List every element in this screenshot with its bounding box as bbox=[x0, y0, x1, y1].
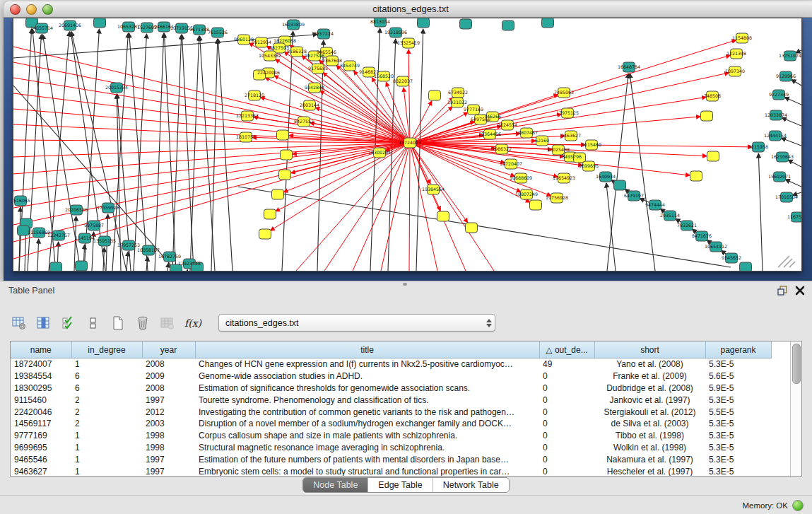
column-header-in-degree[interactable]: in_degree bbox=[71, 341, 142, 358]
tab-node-table[interactable]: Node Table bbox=[303, 478, 367, 492]
graph-node[interactable] bbox=[690, 171, 702, 181]
table-row[interactable]: 977716911998Corpus callosum shape and si… bbox=[11, 430, 771, 442]
table-row[interactable]: 1938455462009Genome-wide association stu… bbox=[11, 370, 771, 382]
svg-text:12444154: 12444154 bbox=[764, 133, 787, 138]
table-scrollbar[interactable] bbox=[790, 341, 801, 476]
graph-node[interactable] bbox=[437, 211, 449, 221]
svg-text:1221398: 1221398 bbox=[726, 51, 746, 56]
table-header-row[interactable]: namein_degreeyeartitle△ out_de...shortpa… bbox=[11, 341, 771, 358]
minimize-window-icon[interactable] bbox=[26, 4, 37, 15]
close-window-icon[interactable] bbox=[10, 4, 20, 15]
column-header-pagerank[interactable]: pagerank bbox=[705, 341, 771, 358]
svg-text:16033809: 16033809 bbox=[282, 22, 305, 27]
scrollbar-thumb[interactable] bbox=[792, 344, 801, 384]
svg-text:9115460: 9115460 bbox=[582, 142, 601, 147]
zoom-window-icon[interactable] bbox=[42, 4, 53, 15]
graph-node[interactable] bbox=[50, 262, 62, 271]
table-row[interactable]: 911546021997Tourette syndrome. Phenomeno… bbox=[11, 394, 771, 406]
column-header-name[interactable]: name bbox=[11, 341, 71, 358]
svg-text:14055714: 14055714 bbox=[30, 25, 53, 30]
svg-text:15692971: 15692971 bbox=[768, 174, 791, 179]
table-row[interactable]: 1872400712008Changes of HCN gene express… bbox=[11, 358, 771, 370]
graph-node[interactable] bbox=[614, 180, 626, 190]
graph-node[interactable] bbox=[279, 170, 291, 180]
svg-text:18300295: 18300295 bbox=[368, 150, 391, 155]
svg-text:16782759: 16782759 bbox=[158, 254, 181, 259]
column-header-short[interactable]: short bbox=[594, 341, 705, 358]
float-window-icon[interactable] bbox=[777, 285, 788, 299]
svg-text:7485063: 7485063 bbox=[554, 90, 574, 95]
svg-text:17975125: 17975125 bbox=[556, 110, 579, 115]
svg-text:13751074: 13751074 bbox=[779, 53, 801, 58]
graph-node[interactable] bbox=[418, 18, 430, 28]
tab-edge-table[interactable]: Edge Table bbox=[367, 478, 432, 492]
graph-node[interactable] bbox=[707, 151, 719, 161]
rows-icon[interactable] bbox=[86, 315, 101, 331]
table-selector-dropdown[interactable]: citations_edges.txt bbox=[218, 314, 495, 332]
window-titlebar[interactable]: citations_edges.txt bbox=[4, 1, 812, 18]
close-panel-icon[interactable] bbox=[795, 286, 805, 298]
delete-column-icon[interactable] bbox=[135, 315, 151, 331]
svg-text:20015334: 20015334 bbox=[105, 85, 128, 90]
svg-text:19384554: 19384554 bbox=[422, 187, 445, 192]
graph-node[interactable] bbox=[530, 200, 542, 210]
network-canvas[interactable]: 1405571420691406106532871527602946616110… bbox=[13, 18, 802, 271]
table-row[interactable]: 2242004622012Investigating the contribut… bbox=[11, 406, 771, 418]
graph-node[interactable] bbox=[277, 130, 289, 140]
svg-text:15720407: 15720407 bbox=[500, 161, 522, 166]
table-row[interactable]: 1456911722003Disruption of a novel membe… bbox=[11, 418, 771, 430]
svg-text:9671388: 9671388 bbox=[189, 27, 209, 32]
svg-text:1921022: 1921022 bbox=[447, 100, 467, 105]
svg-text:2516065: 2516065 bbox=[13, 198, 30, 203]
svg-text:2803144: 2803144 bbox=[300, 103, 319, 107]
dropdown-stepper-icon bbox=[483, 315, 495, 331]
column-visibility-icon[interactable] bbox=[36, 315, 52, 331]
graph-node[interactable] bbox=[466, 223, 478, 233]
graph-node[interactable] bbox=[460, 19, 472, 29]
graph-node[interactable] bbox=[542, 18, 554, 28]
svg-text:16210643: 16210643 bbox=[771, 154, 794, 159]
graph-node[interactable] bbox=[429, 90, 441, 100]
table-row[interactable]: 946362711997Embryonic stem cells: a mode… bbox=[11, 465, 771, 476]
svg-text:9215958: 9215958 bbox=[748, 144, 768, 149]
graph-node[interactable] bbox=[94, 18, 106, 28]
graph-node[interactable] bbox=[76, 261, 88, 271]
graph-node[interactable] bbox=[701, 111, 713, 121]
svg-text:9465546: 9465546 bbox=[317, 49, 336, 54]
node-table: namein_degreeyeartitle△ out_de...shortpa… bbox=[11, 341, 772, 476]
graph-node[interactable] bbox=[740, 262, 752, 271]
memory-ok-icon[interactable] bbox=[792, 500, 804, 511]
graph-node[interactable] bbox=[502, 21, 514, 30]
graph-node[interactable] bbox=[259, 229, 271, 239]
resize-grip-icon[interactable] bbox=[778, 256, 795, 267]
column-header-title[interactable]: title bbox=[195, 341, 539, 358]
new-column-icon[interactable] bbox=[110, 315, 126, 331]
column-header-year[interactable]: year bbox=[142, 341, 195, 358]
svg-text:7832621: 7832621 bbox=[677, 223, 697, 228]
svg-text:12342757: 12342757 bbox=[47, 233, 70, 238]
svg-text:9975887: 9975887 bbox=[84, 223, 104, 228]
graph-node[interactable] bbox=[264, 209, 276, 219]
column-header-out-de-[interactable]: △ out_de... bbox=[539, 341, 594, 358]
table-panel: Table Panel bbox=[0, 281, 812, 514]
graph-node[interactable] bbox=[281, 150, 293, 160]
tab-network-table[interactable]: Network Table bbox=[433, 478, 509, 492]
table-tabs: Node TableEdge TableNetwork Table bbox=[0, 477, 812, 493]
svg-text:16648784: 16648784 bbox=[618, 64, 640, 69]
function-builder-icon[interactable]: f(x) bbox=[184, 317, 201, 329]
checklist-icon[interactable] bbox=[61, 315, 76, 331]
svg-text:8471676: 8471676 bbox=[692, 233, 712, 238]
svg-text:746266: 746266 bbox=[484, 114, 501, 119]
status-bar: Memory: OK bbox=[0, 495, 812, 514]
table-row[interactable]: 969969511998Structural magnetic resonanc… bbox=[11, 442, 771, 454]
table-row[interactable]: 946554611997Estimation of the future num… bbox=[11, 453, 771, 465]
svg-text:10543382: 10543382 bbox=[259, 53, 281, 58]
svg-text:748508: 748508 bbox=[704, 93, 721, 98]
table-selector-value: citations_edges.txt bbox=[219, 318, 483, 328]
table-toolbar: f(x) citations_edges.txt bbox=[11, 314, 495, 332]
delete-table-icon[interactable] bbox=[160, 315, 175, 331]
table-mode-icon[interactable] bbox=[11, 315, 27, 331]
graph-node[interactable] bbox=[272, 189, 284, 199]
svg-text:9245652: 9245652 bbox=[722, 255, 741, 260]
table-row[interactable]: 1830029562008Estimation of significance … bbox=[11, 382, 771, 395]
